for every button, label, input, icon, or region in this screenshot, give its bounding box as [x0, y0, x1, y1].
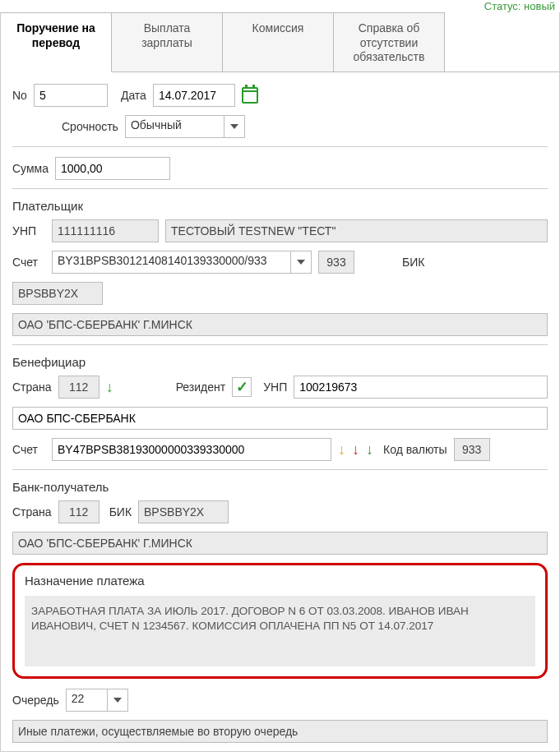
benef-name-input[interactable] [12, 407, 548, 430]
tab-transfer-order[interactable]: Поручение на перевод [1, 12, 112, 72]
recv-country-value: 112 [58, 500, 100, 523]
payer-name-value: ТЕСТОВЫЙ TESTNEW "ТЕСТ" [165, 219, 548, 242]
payer-unp-value: 111111116 [52, 219, 159, 242]
doc-date-input[interactable] [153, 84, 235, 107]
urgency-select[interactable]: Обычный [125, 115, 245, 138]
tab-no-obligations[interactable]: Справка об отсутствии обязательств [334, 12, 445, 71]
doc-no-label: No [12, 89, 27, 102]
recv-bic-value: BPSBBY2X [138, 500, 229, 523]
recv-country-label: Страна [12, 505, 52, 519]
purpose-title: Назначение платежа [25, 574, 535, 588]
payer-unp-label: УНП [12, 224, 45, 237]
recv-bank-name: ОАО 'БПС-СБЕРБАНК' Г.МИНСК [12, 532, 548, 555]
resident-checkbox[interactable]: ✓ [232, 377, 252, 397]
queue-other-text: Иные платежи, осуществляемые во вторую о… [12, 720, 548, 743]
chevron-down-icon[interactable] [290, 251, 312, 274]
chevron-down-icon[interactable] [224, 115, 245, 138]
arrow-down-red-icon[interactable]: ↓ [352, 442, 359, 457]
arrow-down-orange-icon[interactable]: ↓ [338, 442, 345, 457]
queue-label: Очередь [12, 694, 59, 707]
recv-bank-title: Банк-получатель [12, 480, 548, 494]
payer-bank-value: ОАО 'БПС-СБЕРБАНК' Г.МИНСК [12, 313, 548, 336]
benef-resident-label: Резидент [176, 380, 226, 394]
queue-select[interactable]: 22 [66, 689, 128, 712]
calendar-icon[interactable] [242, 87, 258, 104]
currency-value: 933 [454, 438, 490, 461]
arrow-down-green-icon[interactable]: ↓ [366, 442, 373, 457]
currency-label: Код валюты [383, 443, 447, 456]
benef-unp-input[interactable] [294, 376, 548, 399]
tab-bar: Поручение на перевод Выплата зарплаты Ко… [1, 12, 559, 72]
sum-label: Сумма [12, 162, 49, 175]
purpose-highlight: Назначение платежа ЗАРАБОТНАЯ ПЛАТА ЗА И… [12, 563, 548, 679]
purpose-text[interactable]: ЗАРАБОТНАЯ ПЛАТА ЗА ИЮЛЬ 2017. ДОГОВОР N… [25, 596, 535, 666]
payer-acct-select[interactable]: BY31BPSB30121408140139330000/933 [52, 251, 312, 274]
recv-bic-label: БИК [109, 505, 132, 519]
payer-bic-label: БИК [402, 256, 424, 269]
payer-code-value: 933 [318, 251, 354, 274]
benef-unp-label: УНП [263, 380, 287, 394]
benef-acct-label: Счет [12, 443, 45, 456]
payer-acct-label: Счет [12, 256, 45, 269]
status-text: Статус: новый [0, 0, 560, 12]
payer-title: Плательщик [12, 199, 548, 213]
urgency-label: Срочность [62, 120, 118, 133]
benef-acct-input[interactable] [52, 438, 331, 461]
benef-country-value: 112 [58, 376, 100, 399]
tab-salary-payment[interactable]: Выплата зарплаты [112, 12, 223, 71]
payer-bic-value: BPSBBY2X [12, 282, 103, 305]
arrow-down-green-icon[interactable]: ↓ [106, 380, 113, 394]
doc-no-input[interactable] [34, 84, 108, 107]
tab-commission[interactable]: Комиссия [223, 12, 334, 71]
sum-input[interactable] [55, 157, 170, 180]
doc-date-label: Дата [121, 89, 146, 102]
benef-title: Бенефициар [12, 355, 548, 369]
chevron-down-icon[interactable] [107, 689, 128, 712]
benef-country-label: Страна [12, 380, 52, 394]
